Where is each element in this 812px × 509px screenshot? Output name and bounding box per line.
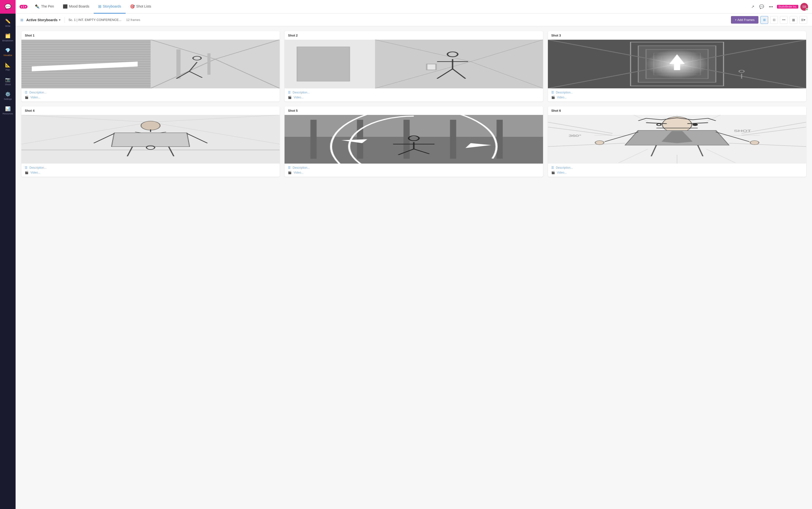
video-icon-5: 🎬: [288, 171, 292, 174]
shots-grid: Shot 1☰Description...🎬Video...Shot 2☰Des…: [22, 31, 806, 177]
sidebar-item-breakdown[interactable]: 🗂️ Breakdown: [0, 30, 15, 45]
shot-image-4[interactable]: [22, 115, 280, 164]
toolbar: ⊞ Active Storyboards ▾ Sc. 1 | INT. EMPT…: [15, 13, 812, 26]
description-label-5: Description...: [292, 166, 310, 169]
description-icon-1: ☰: [25, 91, 28, 94]
pen-tab-label: The Pen: [41, 4, 54, 8]
video-label-4: Video...: [30, 171, 40, 174]
view-grid-2-button[interactable]: ⊞: [761, 16, 768, 24]
toolbar-divider: [64, 17, 65, 23]
description-icon-4: ☰: [25, 166, 28, 169]
content-area: Shot 1☰Description...🎬Video...Shot 2☰Des…: [15, 26, 812, 509]
sidebar-label-shoot: Shoot: [5, 83, 11, 86]
shot-card-6: Shot 6☰Description...🎬Video...: [548, 106, 806, 177]
avatar-initials: SB: [802, 5, 806, 8]
shot-card-2: Shot 2☰Description...🎬Video...: [285, 31, 543, 102]
video-label-5: Video...: [293, 171, 303, 174]
sidebar-item-settings[interactable]: ⚙️ Settings: [0, 89, 15, 103]
sidebar-item-shoot[interactable]: 📷 Shoot: [0, 74, 15, 89]
sidebar-label-resources: Resources: [2, 112, 13, 115]
plan-icon: 📐: [5, 62, 10, 68]
settings-icon: ⚙️: [5, 92, 10, 97]
shoot-icon: 📷: [5, 77, 10, 82]
pen-tab-icon: ✒️: [35, 4, 40, 9]
description-field-1[interactable]: ☰Description...: [25, 91, 276, 94]
description-field-2[interactable]: ☰Description...: [288, 91, 539, 94]
frames-count-label: 12 frames: [126, 18, 140, 22]
mood-tab-label: Mood Boards: [69, 4, 89, 8]
video-field-5[interactable]: 🎬Video...: [288, 171, 539, 174]
sidebar: 💬 ✏️ Write 🗂️ Breakdown 💎 Visualize 📐 Pl…: [0, 0, 15, 509]
shot-image-6[interactable]: [548, 115, 806, 164]
comment-button[interactable]: 💬: [758, 3, 765, 10]
view-4-button[interactable]: ▦: [789, 16, 798, 24]
shot-footer-1: ☰Description...🎬Video...: [22, 88, 280, 102]
view-grid-3-button[interactable]: ⊟: [770, 16, 778, 24]
shot-lists-tab-label: Shot Lists: [136, 4, 151, 8]
share-button[interactable]: ↗: [750, 3, 755, 10]
video-field-6[interactable]: 🎬Video...: [551, 171, 803, 174]
description-icon-2: ☰: [288, 91, 291, 94]
resources-icon: 📊: [5, 106, 10, 111]
video-label-2: Video...: [293, 96, 303, 99]
sidebar-item-visualize[interactable]: 💎 Visualize: [0, 45, 15, 59]
breakdown-icon: 🗂️: [5, 33, 10, 38]
shot-card-4: Shot 4☰Description...🎬Video...: [22, 106, 280, 177]
mood-tab-icon: ⬛: [63, 4, 68, 9]
shot-footer-5: ☰Description...🎬Video...: [285, 164, 543, 177]
storyboard-selector[interactable]: Active Storyboards ▾: [26, 18, 60, 22]
storyboards-tab-label: Storyboards: [103, 4, 121, 8]
shot-header-6: Shot 6: [548, 106, 806, 115]
sidebar-item-write[interactable]: ✏️ Write: [0, 15, 15, 30]
add-frames-button[interactable]: + Add Frames: [731, 16, 758, 24]
version-badge[interactable]: v 1 ▾: [20, 5, 28, 8]
app-logo[interactable]: 💬: [0, 0, 15, 13]
description-field-4[interactable]: ☰Description...: [25, 166, 276, 169]
shot-image-1[interactable]: [22, 40, 280, 88]
user-info[interactable]: StudioBinder Inc. SB: [777, 3, 808, 11]
video-icon-4: 🎬: [25, 171, 29, 174]
storyboards-tab-icon: ⊞: [98, 4, 101, 9]
tab-storyboards[interactable]: ⊞ Storyboards: [94, 0, 126, 13]
scene-info-label: Sc. 1 | INT. EMPTY CONFERENCE...: [68, 18, 121, 22]
shot-header-5: Shot 5: [285, 106, 543, 115]
shot-footer-6: ☰Description...🎬Video...: [548, 164, 806, 177]
description-icon-3: ☰: [551, 91, 554, 94]
description-field-6[interactable]: ☰Description...: [551, 166, 803, 169]
tab-the-pen[interactable]: ✒️ The Pen: [30, 0, 59, 13]
shot-header-4: Shot 4: [22, 106, 280, 115]
sidebar-label-plan: Plan: [6, 69, 10, 71]
toolbar-right: + Add Frames ⊞ ⊟ ••• ▦ ⊞▾: [731, 16, 807, 24]
shot-image-3[interactable]: [548, 40, 806, 88]
avatar: SB: [800, 3, 808, 11]
view-more-button[interactable]: •••: [780, 16, 788, 24]
description-field-5[interactable]: ☰Description...: [288, 166, 539, 169]
view-all-button[interactable]: ⊞▾: [799, 16, 807, 24]
video-field-2[interactable]: 🎬Video...: [288, 96, 539, 99]
video-field-1[interactable]: 🎬Video...: [25, 96, 276, 99]
video-field-3[interactable]: 🎬Video...: [551, 96, 803, 99]
shot-card-3: Shot 3☰Description...🎬Video...: [548, 31, 806, 102]
version-chevron-icon: ▾: [25, 5, 26, 8]
description-label-1: Description...: [30, 91, 46, 94]
shot-header-3: Shot 3: [548, 31, 806, 40]
shot-image-2[interactable]: [285, 40, 543, 88]
sidebar-label-breakdown: Breakdown: [2, 39, 13, 42]
shot-footer-3: ☰Description...🎬Video...: [548, 88, 806, 102]
description-label-3: Description...: [556, 91, 573, 94]
video-field-4[interactable]: 🎬Video...: [25, 171, 276, 174]
main-area: v 1 ▾ ✒️ The Pen ⬛ Mood Boards ⊞ Storybo…: [15, 0, 812, 509]
sidebar-nav: ✏️ Write 🗂️ Breakdown 💎 Visualize 📐 Plan…: [0, 13, 15, 509]
description-field-3[interactable]: ☰Description...: [551, 91, 803, 94]
more-options-button[interactable]: •••: [768, 4, 774, 10]
sidebar-item-resources[interactable]: 📊 Resources: [0, 103, 15, 118]
sidebar-item-plan[interactable]: 📐 Plan: [0, 59, 15, 74]
shot-footer-4: ☰Description...🎬Video...: [22, 164, 280, 177]
video-icon-2: 🎬: [288, 96, 292, 99]
tab-mood-boards[interactable]: ⬛ Mood Boards: [59, 0, 94, 13]
shot-image-5[interactable]: [285, 115, 543, 164]
tab-shot-lists[interactable]: 🎯 Shot Lists: [126, 0, 155, 13]
online-indicator: [806, 8, 808, 11]
storyboard-chevron-icon: ▾: [59, 18, 60, 22]
description-icon-5: ☰: [288, 166, 291, 169]
